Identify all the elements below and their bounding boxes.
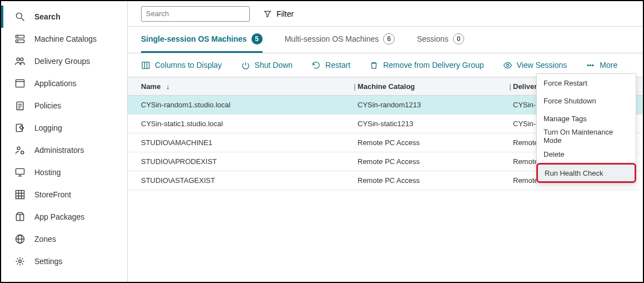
sidebar-item-label: App Packages bbox=[34, 212, 84, 221]
col-header-catalog[interactable]: Machine Catalog bbox=[358, 82, 507, 91]
svg-point-7 bbox=[21, 58, 23, 61]
user-gear-icon bbox=[14, 145, 26, 156]
sidebar-item-label: Search bbox=[34, 12, 61, 21]
sidebar-item-label: Machine Catalogs bbox=[34, 34, 97, 43]
columns-icon bbox=[141, 61, 150, 70]
tab-single-session[interactable]: Single-session OS Machines 5 bbox=[141, 27, 263, 53]
restart-icon bbox=[311, 61, 321, 70]
svg-point-34 bbox=[506, 64, 509, 66]
main-panel: Filter Single-session OS Machines 5 Mult… bbox=[128, 1, 643, 282]
sidebar-item-administrators[interactable]: Administrators bbox=[1, 139, 127, 161]
sidebar-item-policies[interactable]: Policies bbox=[1, 95, 127, 117]
svg-point-4 bbox=[17, 36, 18, 37]
topbar: Filter bbox=[128, 1, 643, 27]
col-header-name[interactable]: Name ↓ bbox=[141, 82, 352, 91]
shutdown-button[interactable]: Shut Down bbox=[241, 61, 293, 70]
sidebar: Search Machine Catalogs Delivery Groups … bbox=[1, 1, 128, 282]
view-sessions-button[interactable]: View Sessions bbox=[503, 61, 567, 70]
svg-point-35 bbox=[587, 64, 588, 66]
package-icon bbox=[14, 211, 26, 222]
sidebar-item-label: StoreFront bbox=[34, 190, 71, 199]
sidebar-item-label: Policies bbox=[34, 101, 61, 110]
tab-badge: 0 bbox=[453, 33, 465, 44]
sort-arrow-down-icon: ↓ bbox=[166, 82, 170, 91]
sidebar-item-settings[interactable]: Settings bbox=[1, 250, 127, 272]
power-icon bbox=[241, 61, 250, 70]
tab-sessions[interactable]: Sessions 0 bbox=[417, 27, 465, 53]
sidebar-item-machine-catalogs[interactable]: Machine Catalogs bbox=[1, 28, 127, 50]
grid-icon bbox=[14, 189, 26, 200]
trash-icon bbox=[369, 61, 379, 70]
svg-point-0 bbox=[16, 13, 22, 18]
sidebar-item-delivery-groups[interactable]: Delivery Groups bbox=[1, 50, 127, 72]
window-icon bbox=[14, 78, 26, 89]
tablist: Single-session OS Machines 5 Multi-sessi… bbox=[128, 27, 643, 53]
search-input[interactable] bbox=[141, 6, 250, 22]
svg-rect-20 bbox=[16, 191, 24, 199]
gear-icon bbox=[14, 256, 26, 267]
edit-icon bbox=[14, 122, 26, 133]
svg-point-37 bbox=[592, 64, 593, 66]
monitor-icon bbox=[14, 167, 26, 178]
clipboard-icon bbox=[14, 100, 26, 111]
sidebar-item-label: Zones bbox=[34, 235, 56, 244]
svg-point-30 bbox=[19, 260, 22, 263]
svg-point-5 bbox=[17, 41, 18, 42]
sidebar-item-storefront[interactable]: StoreFront bbox=[1, 183, 127, 206]
svg-line-1 bbox=[22, 18, 24, 21]
svg-rect-8 bbox=[16, 80, 24, 87]
eye-icon bbox=[503, 61, 512, 70]
server-icon bbox=[14, 33, 26, 44]
restart-button[interactable]: Restart bbox=[311, 61, 350, 70]
sidebar-item-search[interactable]: Search bbox=[1, 6, 127, 28]
sidebar-item-label: Delivery Groups bbox=[34, 57, 90, 66]
filter-icon bbox=[263, 9, 272, 18]
action-bar: Columns to Display Shut Down Restart Rem… bbox=[128, 53, 643, 77]
sidebar-item-zones[interactable]: Zones bbox=[1, 228, 127, 250]
svg-point-15 bbox=[17, 147, 20, 150]
sidebar-item-label: Administrators bbox=[34, 146, 84, 155]
users-icon bbox=[14, 56, 26, 67]
dots-icon bbox=[586, 61, 595, 70]
menu-item-turn-on-maintenance[interactable]: Turn On Maintenance Mode bbox=[537, 127, 636, 145]
svg-point-16 bbox=[21, 151, 24, 154]
svg-rect-17 bbox=[16, 168, 24, 174]
search-icon bbox=[14, 11, 26, 22]
more-menu: Force Restart Force Shutdown Manage Tags… bbox=[536, 73, 636, 183]
columns-to-display-button[interactable]: Columns to Display bbox=[141, 61, 222, 70]
tab-badge: 6 bbox=[383, 33, 395, 44]
sidebar-item-label: Logging bbox=[34, 123, 62, 132]
menu-item-run-health-check[interactable]: Run Health Check bbox=[536, 163, 636, 183]
filter-button[interactable]: Filter bbox=[263, 9, 294, 18]
sidebar-item-label: Hosting bbox=[34, 168, 61, 177]
menu-item-manage-tags[interactable]: Manage Tags bbox=[537, 110, 636, 127]
filter-label: Filter bbox=[276, 9, 294, 18]
svg-point-6 bbox=[17, 58, 19, 61]
svg-point-36 bbox=[590, 64, 591, 66]
menu-item-force-shutdown[interactable]: Force Shutdown bbox=[537, 92, 636, 110]
sidebar-item-label: Applications bbox=[34, 79, 77, 88]
sidebar-item-hosting[interactable]: Hosting bbox=[1, 161, 127, 183]
globe-icon bbox=[14, 234, 26, 245]
tab-badge: 5 bbox=[251, 33, 263, 44]
menu-item-delete[interactable]: Delete bbox=[537, 145, 636, 163]
remove-from-delivery-group-button[interactable]: Remove from Delivery Group bbox=[369, 61, 484, 70]
menu-item-force-restart[interactable]: Force Restart bbox=[537, 74, 636, 92]
tab-multi-session[interactable]: Multi-session OS Machines 6 bbox=[285, 27, 395, 53]
more-button[interactable]: More bbox=[586, 61, 617, 70]
svg-rect-31 bbox=[142, 62, 149, 68]
sidebar-item-logging[interactable]: Logging bbox=[1, 117, 127, 139]
sidebar-item-label: Settings bbox=[34, 257, 63, 266]
sidebar-item-app-packages[interactable]: App Packages bbox=[1, 206, 127, 228]
sidebar-item-applications[interactable]: Applications bbox=[1, 72, 127, 95]
